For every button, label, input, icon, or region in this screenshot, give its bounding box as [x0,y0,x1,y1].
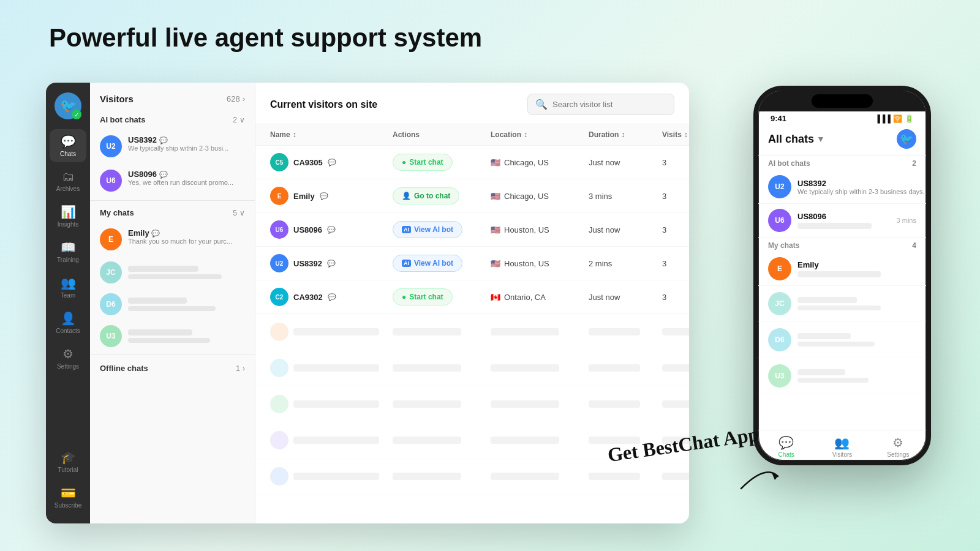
duration-us8096: Just now [589,225,662,234]
visitor-name-ca9305: C5 CA9305 💬 [270,153,393,171]
insights-icon: 📊 [61,204,76,219]
sidebar-item-settings[interactable]: ⚙ Settings [50,342,86,375]
arrow-icon [735,458,784,495]
visitors-title: Visitors [100,94,134,104]
phone-nav-settings[interactable]: ⚙ Settings [870,435,926,458]
phone-chat-item-blurred-d6: D6 [758,322,926,358]
phone-avatar-u3: U3 [768,364,791,388]
chats-icon: 💬 [61,134,76,149]
wifi-icon: 🛜 [893,114,902,123]
col-name: Name ↕ [270,130,393,139]
chat-item-us8096-name: US8096 💬 [128,170,245,179]
visitor-name-emily: E Emily 💬 [270,187,393,205]
table-header: Name ↕ Actions Location ↕ Duration ↕ Vis… [255,124,689,146]
tutorial-icon: 🎓 [61,450,76,465]
settings-icon: ⚙ [62,347,74,361]
location-ca9305: 🇺🇸 Chicago, US [491,158,589,167]
duration-us8392: 2 mins [589,259,662,268]
search-input[interactable] [552,100,666,109]
page-title: Powerful live agent support system [49,23,482,53]
chat-item-us8096[interactable]: U6 US8096 💬 Yes, we often run discount p… [90,163,255,198]
visits-ca9302: 3 [662,293,689,302]
avatar-us8392: U2 [100,135,122,157]
phone-notch [758,91,926,111]
visits-us8096: 3 [662,225,689,234]
duration-ca9302: Just now [589,293,662,302]
phone-nav-chats[interactable]: 💬 Chats [758,435,814,458]
start-chat-button-2[interactable]: ● Start chat [393,288,453,305]
view-ai-bot-button-2[interactable]: AI View AI bot [393,255,462,272]
location-us8392: 🇺🇸 Houston, US [491,259,589,268]
sidebar-item-label: Contacts [56,328,80,334]
sidebar-item-archives[interactable]: 🗂 Archives [50,165,86,197]
sidebar-item-label: Insights [58,221,78,228]
phone-my-chats-section: My chats 4 [758,238,926,252]
phone-status-bar: 9:41 ▐▐▐ 🛜 🔋 [758,111,926,124]
phone-chat-item-blurred-jc: JC [758,286,926,322]
avatar-ca9302: C2 [270,288,288,306]
search-icon: 🔍 [535,99,548,110]
chat-item-blurred-d6: D6 [90,288,255,320]
visits-us8392: 3 [662,259,689,268]
duration-emily: 3 mins [589,192,662,201]
chat-item-us8392-preview: We typically ship within 2-3 busi... [128,144,245,152]
phone-header-title: All chats ▼ [768,133,825,146]
visitor-name-ca9302: C2 CA9302 💬 [270,288,393,306]
archives-icon: 🗂 [62,170,74,184]
search-box[interactable]: 🔍 [527,94,674,115]
col-actions: Actions [393,130,491,139]
sidebar-item-label: Archives [56,186,80,192]
sidebar-item-team[interactable]: 👥 Team [50,271,86,304]
sidebar-item-subscribe[interactable]: 💳 Subscribe [50,481,86,514]
offline-chats-count: 1 › [236,364,245,373]
phone-settings-icon: ⚙ [892,435,903,450]
view-ai-bot-button[interactable]: AI View AI bot [393,221,462,238]
sidebar-item-label: Settings [57,363,79,370]
sidebar-item-contacts[interactable]: 👤 Contacts [50,306,86,339]
main-header: Current visitors on site 🔍 [255,83,689,124]
sidebar-item-insights[interactable]: 📊 Insights [50,200,86,233]
action-cell: AI View AI bot [393,255,491,272]
start-chat-button[interactable]: ● Start chat [393,154,453,171]
table-row-blurred [255,350,689,386]
chat-item-blurred-u3: U3 [90,320,255,352]
phone-chat-item-us8392[interactable]: U2 US8392 We typically ship within 2-3 b… [758,170,926,204]
table-row: U2 US8392 💬 AI View AI bot 🇺🇸 Houston, U… [255,247,689,280]
chat-item-us8096-preview: Yes, we often run discount promo... [128,179,245,186]
sidebar-nav: 🐦 💬 Chats 🗂 Archives 📊 Insights 📖 Traini… [46,83,90,523]
table-row: E Emily 💬 👤 Go to chat 🇺🇸 Chicago, US 3 … [255,179,689,213]
phone-header: All chats ▼ 🐦 [758,124,926,156]
sidebar-item-tutorial[interactable]: 🎓 Tutorial [50,445,86,478]
visits-ca9305: 3 [662,158,689,167]
chat-item-us8392[interactable]: U2 US8392 💬 We typically ship within 2-3… [90,129,255,163]
action-cell: ● Start chat [393,288,491,305]
chat-item-emily[interactable]: E Emily 💬 Thank you so much for your pur… [90,222,255,257]
team-icon: 👥 [61,276,76,290]
location-emily: 🇺🇸 Chicago, US [491,192,589,201]
go-to-chat-button[interactable]: 👤 Go to chat [393,187,459,204]
annotation-container: Get BestChat App [607,433,760,456]
col-duration: Duration ↕ [589,130,662,139]
chat-item-us8096-info: US8096 💬 Yes, we often run discount prom… [128,170,245,186]
sidebar-item-training[interactable]: 📖 Training [50,235,86,268]
table-row-blurred [255,386,689,422]
phone-chat-item-us8096[interactable]: U6 US8096 3 mins [758,204,926,238]
action-cell: 👤 Go to chat [393,187,491,204]
avatar-us8096: U6 [100,170,122,192]
contacts-icon: 👤 [61,311,76,326]
phone-logo: 🐦 [897,129,916,149]
subscribe-icon: 💳 [61,485,76,500]
sidebar-item-chats[interactable]: 💬 Chats [50,129,86,162]
phone-mockup: 9:41 ▐▐▐ 🛜 🔋 All chats ▼ 🐦 AI bot chats … [753,86,931,465]
chat-item-us8392-info: US8392 💬 We typically ship within 2-3 bu… [128,135,245,152]
phone-status-icons: ▐▐▐ 🛜 🔋 [875,114,914,123]
phone-nav-visitors[interactable]: 👥 Visitors [814,435,870,458]
phone-chat-item-emily[interactable]: E Emily [758,252,926,286]
phone-chat-item-blurred-u3: U3 [758,358,926,394]
chat-item-emily-name: Emily 💬 [128,228,245,238]
app-window: 🐦 💬 Chats 🗂 Archives 📊 Insights 📖 Traini… [46,83,689,523]
battery-icon: 🔋 [905,114,914,123]
phone-avatar-us8392: U2 [768,175,791,198]
offline-chats-section[interactable]: Offline chats 1 › [90,358,255,379]
phone-chat-us8096-info: US8096 [797,212,891,229]
